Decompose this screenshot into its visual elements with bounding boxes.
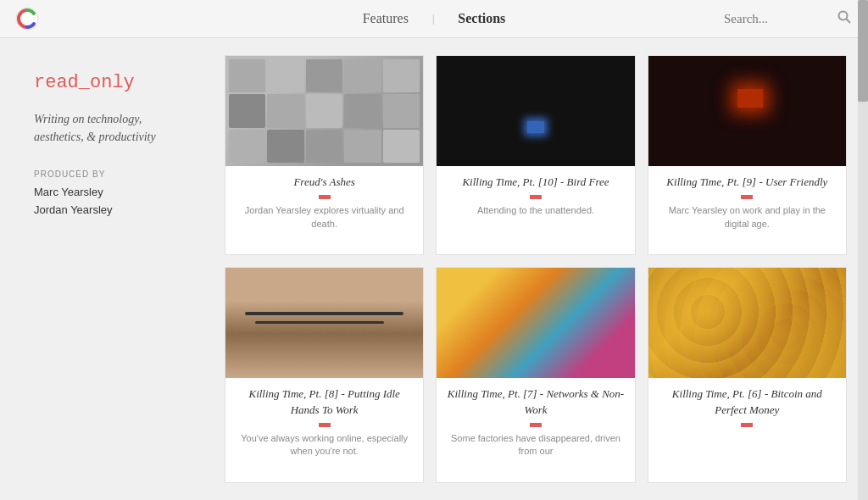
nav-features[interactable]: Features [339,11,432,26]
main-content: read_only Writing on technology, aesthet… [0,38,868,500]
article-body-6: Killing Time, Pt. [6] - Bitcoin and Perf… [648,378,846,482]
article-accent-2 [530,195,542,199]
article-image-6 [648,268,846,378]
tv-glow [737,89,763,108]
publication-title: read_only [34,72,186,93]
author-2: Jordan Yearsley [34,202,186,219]
article-subtitle-5: Some factories have disappeared, driven … [447,432,624,458]
article-body-2: Killing Time, Pt. [10] - Bird Free Atten… [437,166,634,254]
article-body-3: Killing Time, Pt. [9] - User Friendly Ma… [648,166,846,254]
article-accent-3 [741,195,753,199]
article-card-5[interactable]: Killing Time, Pt. [7] - Networks & Non-W… [436,267,635,483]
nav-sections[interactable]: Sections [434,11,529,26]
scrollbar[interactable] [858,0,868,500]
freud-image-grid [225,56,423,166]
article-image-5 [437,268,634,378]
article-image-3 [648,56,846,166]
search-input[interactable] [724,12,826,26]
eyebrow-1 [245,312,403,315]
article-image-1 [225,56,423,166]
article-body-1: Freud's Ashes Jordan Yearsley explores v… [225,166,423,254]
produced-by-label: PRODUCED BY [34,169,186,179]
articles-grid: Freud's Ashes Jordan Yearsley explores v… [212,38,868,500]
article-accent-1 [319,195,331,199]
search-icon[interactable] [837,10,851,27]
article-body-5: Killing Time, Pt. [7] - Networks & Non-W… [437,378,634,482]
article-body-4: Killing Time, Pt. [8] - Putting Idle Han… [225,378,423,482]
svg-line-2 [847,19,851,24]
article-image-4 [225,268,423,378]
article-card-6[interactable]: Killing Time, Pt. [6] - Bitcoin and Perf… [648,267,847,483]
publication-description: Writing on technology, aesthetics, & pro… [34,110,186,146]
article-subtitle-4: You've always working online, especially… [236,432,413,458]
article-title-6: Killing Time, Pt. [6] - Bitcoin and Perf… [659,386,836,417]
article-subtitle-2: Attending to the unattended. [447,204,624,217]
article-image-2 [437,56,634,166]
main-nav: Features | Sections [339,11,530,26]
article-accent-4 [319,423,331,427]
article-title-1: Freud's Ashes [236,175,413,190]
article-title-4: Killing Time, Pt. [8] - Putting Idle Han… [236,386,413,417]
logo[interactable] [15,7,39,31]
author-1: Marc Yearsley [34,184,186,202]
header: Features | Sections [0,0,868,38]
eyebrow-2 [255,321,384,324]
article-subtitle-3: Marc Yearsley on work and play in the di… [659,204,836,231]
scrollbar-thumb[interactable] [858,0,868,102]
article-card-4[interactable]: Killing Time, Pt. [8] - Putting Idle Han… [225,267,424,483]
article-card-1[interactable]: Freud's Ashes Jordan Yearsley explores v… [225,55,424,255]
article-title-3: Killing Time, Pt. [9] - User Friendly [659,175,836,190]
article-card-2[interactable]: Killing Time, Pt. [10] - Bird Free Atten… [436,55,635,255]
author-list: Marc Yearsley Jordan Yearsley [34,184,186,219]
article-subtitle-1: Jordan Yearsley explores virtuality and … [236,204,413,231]
article-title-2: Killing Time, Pt. [10] - Bird Free [447,175,624,190]
svg-point-1 [839,12,848,20]
sidebar: read_only Writing on technology, aesthet… [0,38,212,500]
article-title-5: Killing Time, Pt. [7] - Networks & Non-W… [447,386,624,417]
article-accent-5 [530,423,542,427]
dark-glow [527,121,544,133]
article-accent-6 [741,423,753,427]
article-card-3[interactable]: Killing Time, Pt. [9] - User Friendly Ma… [648,55,847,255]
